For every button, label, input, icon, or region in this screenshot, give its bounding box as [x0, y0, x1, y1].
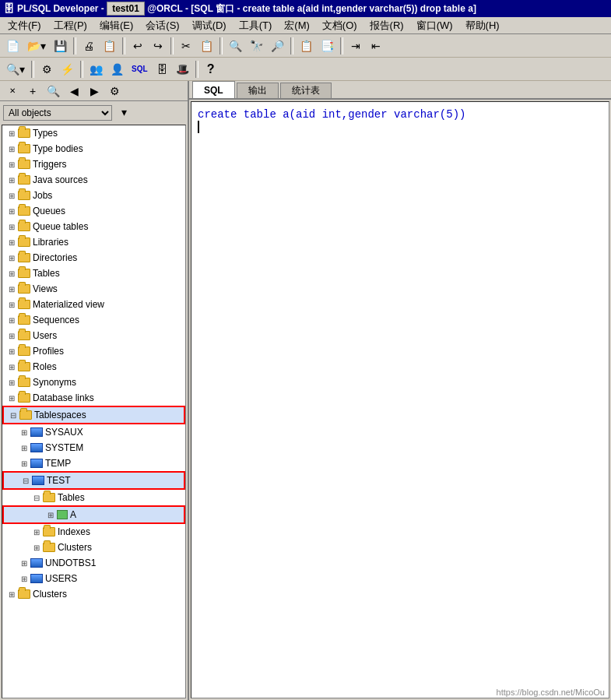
tree-item-clusters[interactable]: ⊞ Clusters: [2, 586, 185, 602]
cut-button[interactable]: ✂: [177, 37, 195, 55]
save-button[interactable]: 💾: [51, 37, 70, 55]
tree-item-types[interactable]: ⊞ Types: [2, 125, 185, 141]
tree-item-queues[interactable]: ⊞ Queues: [2, 203, 185, 219]
tree-item-undotbs1[interactable]: ⊞ UNDOTBS1: [2, 555, 185, 571]
left-search-button[interactable]: 🔍: [44, 82, 63, 100]
menu-report[interactable]: 报告(R): [363, 17, 410, 34]
tree-item-indexes[interactable]: ⊞ Indexes: [2, 524, 185, 540]
tree-item-system[interactable]: ⊞ SYSTEM: [2, 440, 185, 456]
menu-macro[interactable]: 宏(M): [278, 17, 316, 34]
toolbar-row-2: 🔍▾ ⚙ ⚡ 👥 👤 SQL 🗄 🎩 ?: [0, 58, 611, 81]
sql-button[interactable]: SQL: [128, 60, 151, 79]
menu-debug[interactable]: 调试(D): [186, 17, 233, 34]
folder-icon-matviews: [18, 300, 30, 309]
title-bar: 🗄 PL/SQL Developer - test01 @ORCL - [SQL…: [0, 0, 611, 17]
left-settings-button[interactable]: ⚙: [105, 82, 124, 100]
tree-item-roles[interactable]: ⊞ Roles: [2, 359, 185, 375]
tree-item-synonyms[interactable]: ⊞ Synonyms: [2, 375, 185, 390]
tree-item-tables[interactable]: ⊞ Tables: [2, 266, 185, 281]
tree-item-javasources[interactable]: ⊞ Java sources: [2, 172, 185, 188]
tree-item-directories[interactable]: ⊞ Directories: [2, 250, 185, 266]
format-button[interactable]: ⇥: [346, 37, 365, 55]
label-sequences: Sequences: [33, 315, 79, 325]
test-highlight-box: ⊟ TEST: [2, 471, 185, 490]
label-undotbs1: UNDOTBS1: [45, 558, 96, 568]
menu-file[interactable]: 文件(F): [2, 17, 47, 34]
print2-button[interactable]: 📋: [100, 37, 119, 55]
tree-item-profiles[interactable]: ⊞ Profiles: [2, 343, 185, 359]
lightning-button[interactable]: ⚡: [58, 60, 77, 79]
db-icon-test: [32, 476, 44, 485]
text-cursor: [198, 121, 199, 133]
copy-button[interactable]: 📋: [197, 37, 216, 55]
redo-button[interactable]: ↪: [149, 37, 167, 55]
tree-item-users-ts[interactable]: ⊞ USERS: [2, 571, 185, 586]
tree-item-sysaux[interactable]: ⊞ SYSAUX: [2, 424, 185, 440]
user2-button[interactable]: 👤: [107, 60, 127, 79]
print-button[interactable]: 🖨: [79, 37, 98, 55]
binoculars-button[interactable]: 🔭: [247, 37, 266, 55]
left-nav-button[interactable]: ◀: [65, 82, 83, 100]
tree-item-libraries[interactable]: ⊞ Libraries: [2, 234, 185, 250]
label-clusters: Clusters: [33, 589, 67, 600]
left-refresh-button[interactable]: +: [23, 82, 42, 100]
expander-test: ⊟: [19, 477, 32, 485]
help2-button[interactable]: ?: [202, 60, 220, 79]
undo-button[interactable]: ↩: [128, 37, 147, 55]
menu-edit[interactable]: 编辑(E): [93, 17, 139, 34]
title-tab[interactable]: test01: [107, 2, 145, 16]
tree-item-sequences[interactable]: ⊞ Sequences: [2, 312, 185, 328]
folder-icon-javasources: [18, 175, 30, 185]
object-tree[interactable]: ⊞ Types ⊞ Type bodies ⊞ Triggers ⊞ Java …: [2, 125, 186, 698]
tab-stats[interactable]: 统计表: [280, 83, 332, 98]
tree-item-typebodies[interactable]: ⊞ Type bodies: [2, 141, 185, 157]
label-sysaux: SYSAUX: [45, 427, 83, 438]
label-types: Types: [33, 128, 58, 139]
tree-item-tablespaces[interactable]: ⊟ Tablespaces: [4, 407, 184, 423]
db-icon-temp: [30, 459, 43, 468]
menu-help[interactable]: 帮助(H): [459, 17, 506, 34]
search-replace-button[interactable]: 🔎: [268, 37, 287, 55]
app-icon: 🗄: [3, 2, 14, 15]
tree-item-a[interactable]: ⊞ A: [4, 507, 184, 522]
tree-item-test-tables[interactable]: ⊟ Tables: [2, 490, 185, 505]
left-close-button[interactable]: ✕: [3, 82, 22, 100]
tree-item-test-clusters[interactable]: ⊞ Clusters: [2, 540, 185, 555]
menu-tools[interactable]: 工具(T): [233, 17, 279, 34]
hat-button[interactable]: 🎩: [173, 60, 192, 79]
gear-button[interactable]: ⚙: [37, 60, 56, 79]
tree-item-dblinks[interactable]: ⊞ Database links: [2, 390, 185, 406]
menu-window[interactable]: 窗口(W): [410, 17, 459, 34]
tab-output[interactable]: 输出: [237, 83, 279, 98]
tree-item-test[interactable]: ⊟ TEST: [4, 473, 184, 488]
left-nav2-button[interactable]: ▶: [85, 82, 104, 100]
tree-item-views[interactable]: ⊞ Views: [2, 281, 185, 297]
menu-doc[interactable]: 文档(O): [316, 17, 363, 34]
paste-button[interactable]: 📋: [297, 37, 316, 55]
search2-button[interactable]: 🔍▾: [3, 60, 28, 79]
title-text: PL/SQL Developer - test01 @ORCL - [SQL 窗…: [17, 2, 608, 16]
paste2-button[interactable]: 📑: [318, 37, 337, 55]
db-button[interactable]: 🗄: [153, 60, 171, 79]
tree-item-queuetables[interactable]: ⊞ Queue tables: [2, 219, 185, 234]
format2-button[interactable]: ⇤: [367, 37, 385, 55]
search-button[interactable]: 🔍: [226, 37, 245, 55]
filter-dropdown[interactable]: All objects: [3, 105, 112, 121]
open-dropdown[interactable]: 📂▾: [24, 37, 49, 55]
connection-text: @ORCL: [147, 3, 182, 14]
tree-item-triggers[interactable]: ⊞ Triggers: [2, 157, 185, 172]
menu-session[interactable]: 会话(S): [139, 17, 185, 34]
tree-item-temp[interactable]: ⊞ TEMP: [2, 456, 185, 471]
tree-item-users[interactable]: ⊞ Users: [2, 328, 185, 343]
new-button[interactable]: 📄: [3, 37, 23, 55]
code-editor[interactable]: create table a(aid int,gender varchar(5)…: [191, 101, 609, 698]
expander-queuetables: ⊞: [5, 223, 18, 231]
label-tables: Tables: [33, 268, 60, 279]
tree-item-jobs[interactable]: ⊞ Jobs: [2, 188, 185, 203]
tree-item-matviews[interactable]: ⊞ Materialized view: [2, 297, 185, 312]
expander-clusters: ⊞: [5, 590, 18, 599]
filter-expand-button[interactable]: ▾: [115, 103, 134, 121]
users-button[interactable]: 👥: [86, 60, 106, 79]
tab-sql[interactable]: SQL: [192, 81, 235, 98]
menu-project[interactable]: 工程(P): [47, 17, 93, 34]
